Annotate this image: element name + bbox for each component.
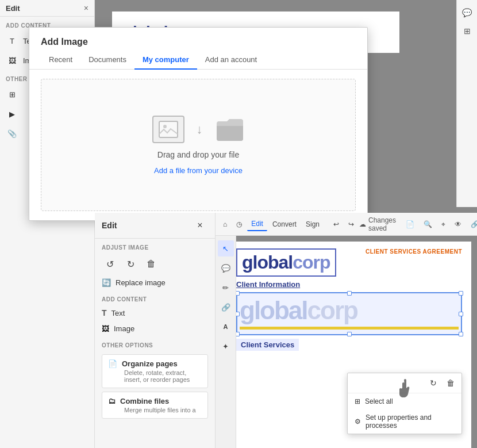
image-icon: 🖼 [6,54,18,67]
edit-panel-title: Edit [102,221,117,230]
doc-logo-box: globalcorp [236,248,336,277]
tab-recent[interactable]: Recent [41,52,80,70]
combine-files-title: 🗂 Combine files [108,397,202,405]
main-toolbar: ⌂ ◷ Edit Convert Sign ↩ ↪ ☁ Changes save… [216,213,477,236]
doc-header-row: globalcorp CLIENT SERVICES AGREEMENT [236,248,462,277]
edit-panel-close[interactable]: × [192,217,208,233]
ctx-select-all-label: Select all [365,397,393,405]
organize-pages-title: 📄 Organize pages [108,359,202,368]
link-tool-btn[interactable]: 🔗 [218,299,234,315]
replace-image-row[interactable]: 🔄 Replace image [95,275,215,290]
doc-section-client-services: Client Services [236,339,299,351]
sign-btn[interactable]: Sign [302,218,324,231]
drop-main-text: Drag and drop your file [157,150,239,159]
rotate-left-btn[interactable]: ↺ [102,256,118,272]
modal-tab-bar: Recent Documents My computer Add an acco… [29,47,367,70]
organize-pages-desc: Delete, rotate, extract, insert, or reor… [108,369,202,383]
text-tool-btn[interactable]: A [218,319,234,335]
ctx-select-all[interactable]: ⊞ Select all [348,393,461,409]
organize-icon: 📄 [108,359,117,368]
svg-point-1 [163,125,167,128]
ctx-delete-btn[interactable]: 🗑 [443,376,458,390]
comment-icon-btn[interactable]: 💬 [459,5,475,21]
drop-image-icon [152,116,184,143]
drop-icons: ↓ [152,116,244,143]
modal-title: Add Image [29,28,367,47]
convert-btn[interactable]: Convert [268,218,301,231]
drop-area[interactable]: ↓ Drag and drop your file Add a file fro… [41,79,356,211]
ctx-refresh-btn[interactable]: ↻ [426,376,441,390]
tab-my-computer[interactable]: My computer [134,52,197,70]
bg-panel-close[interactable]: × [84,3,89,13]
undo-btn[interactable]: ↩ [329,218,343,231]
client-services-row: Client Services [236,339,462,351]
image-item-row[interactable]: 🖼 Image [95,321,215,336]
text-item-icon: T [102,308,107,317]
select-all-icon: ⊞ [355,397,360,405]
replace-icon: 🔄 [102,278,111,287]
text-item-row[interactable]: T Text [95,305,215,321]
combine-files-card[interactable]: 🗂 Combine files Merge multiple files int… [102,392,208,419]
edit-panel-header: Edit × [95,213,215,239]
file-btn[interactable]: 📄 [402,218,418,231]
rotate-right-btn[interactable]: ↻ [122,256,139,272]
delete-image-btn[interactable]: 🗑 [143,256,159,272]
drop-folder-icon [214,117,244,142]
image-item-icon: 🖼 [102,324,109,333]
context-menu: ↻ 🗑 ⊞ Select all ⚙ Set up properties and… [347,373,462,434]
view-btn[interactable]: 👁 [451,218,466,231]
tab-add-account[interactable]: Add an account [197,52,265,70]
redo-btn[interactable]: ↪ [344,218,358,231]
doc-header-right-text: CLIENT SERVICES AGREEMENT [366,248,462,255]
handle-bottom-right[interactable] [459,332,463,336]
selected-logo-text: globalcorp [240,296,459,326]
text-icon: T [6,35,18,47]
find-btn[interactable]: ⌖ [437,218,449,231]
replace-image-label: Replace image [116,278,166,287]
handle-top-mid[interactable] [347,291,352,296]
handle-mid-right[interactable] [459,312,463,316]
zoom-in-btn[interactable]: 🔍 [420,218,436,231]
edit-btn[interactable]: Edit [247,217,267,231]
tools-icon-btn[interactable]: ⊞ [459,23,475,39]
status-text: Changes saved [368,216,396,232]
context-toolbar: ↻ 🗑 [348,373,461,393]
combine-icon: 🗂 [108,397,116,405]
handle-top-right[interactable] [459,291,463,296]
video-icon: ▶ [6,108,18,120]
doc-left-toolbar: ↖ 💬 ✏ 🔗 A ✦ [216,236,236,448]
adjust-image-section: ADJUST IMAGE [95,239,215,253]
ctx-setup[interactable]: ⚙ Set up properties and processes [348,409,461,434]
history-btn[interactable]: ◷ [232,218,246,231]
doc-page-front: globalcorp CLIENT SERVICES AGREEMENT Cli… [227,242,471,448]
add-image-modal: Add Image Recent Documents My computer A… [29,27,368,221]
select-tool-btn[interactable]: ↖ [218,240,234,256]
combine-files-desc: Merge multiple files into a [108,407,202,413]
image-item-label: Image [114,324,134,333]
ctx-setup-label: Set up properties and processes [366,413,455,430]
link-btn[interactable]: 🔗 [467,218,477,231]
add-content-section: ADD CONTENT [95,290,215,305]
organize-pages-card[interactable]: 📄 Organize pages Delete, rotate, extract… [102,354,208,388]
edit-panel-front: Edit × ADJUST IMAGE ↺ ↻ 🗑 🔄 Replace imag… [95,213,216,448]
comment-tool-btn[interactable]: 💬 [218,260,234,276]
doc-section-client-info: Client Information [236,280,462,289]
drop-arrow-icon: ↓ [191,121,207,137]
drop-link[interactable]: Add a file from your device [154,166,243,175]
handle-bottom-mid[interactable] [347,332,352,336]
edit-tool-btn[interactable]: ✏ [218,279,234,296]
selected-image-overlay[interactable]: globalcorp [236,292,462,335]
bg-panel-header: Edit × [0,0,94,17]
adjust-image-controls: ↺ ↻ 🗑 [95,253,215,275]
home-btn[interactable]: ⌂ [219,218,231,231]
doc-logo-light: corp [293,252,330,273]
changes-status: ☁ Changes saved [359,216,396,232]
stamp-tool-btn[interactable]: ✦ [218,338,234,354]
cloud-icon: ☁ [359,220,366,228]
file-icon: 📎 [6,127,18,140]
other-options-section: OTHER OPTIONS [95,336,215,351]
setup-icon: ⚙ [355,418,361,426]
doc-logo-main: globalcorp [242,252,330,273]
right-icon-panel: 💬 ⊞ [456,0,477,207]
tab-documents[interactable]: Documents [80,52,134,70]
